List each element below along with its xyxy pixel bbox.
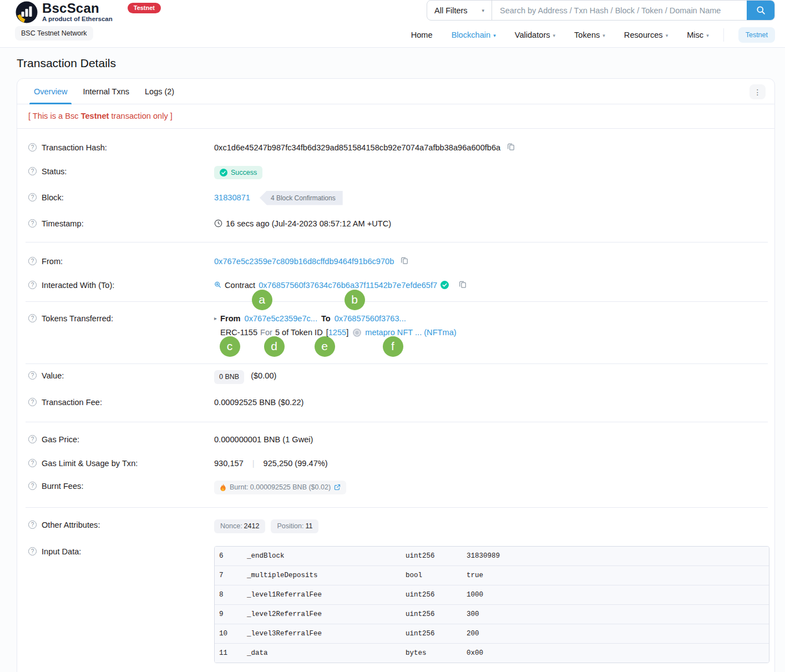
page-body: Transaction Details Overview Internal Tx… [0,48,785,672]
section-divider [26,301,768,302]
row-label-text: Status: [42,166,67,177]
row-other-attributes: Other Attributes: Nonce:2412 Position:11 [28,513,763,540]
help-icon[interactable] [28,257,37,265]
testnet-network-button[interactable]: Testnet [738,27,775,43]
chevron-down-icon: ▾ [553,33,556,38]
row-block: Block: 31830871 4 Block Confirmations [28,185,763,211]
row-label-text: Input Data: [42,546,81,557]
fire-icon [220,483,226,492]
transaction-fee-value: 0.00092525 BNB ($0.22) [214,397,303,408]
input-data-row: 10_level3ReferralFeeuint256200 [215,624,769,644]
input-data-row: 6_endBlockuint25631830989 [215,547,769,566]
more-options-button[interactable]: ⋮ [749,84,766,99]
nft-token-icon [353,329,361,337]
external-link-icon[interactable] [334,484,341,491]
bscscan-logo-icon [16,1,38,23]
brand-name: BscScan [42,1,113,16]
help-icon[interactable] [28,435,37,443]
row-label-text: Tokens Transferred: [42,313,113,324]
row-gas-price: Gas Price: 0.000000001 BNB (1 Gwei) [28,428,763,452]
help-icon[interactable] [28,143,37,151]
nav-items: HomeBlockchain▾Validators▾Tokens▾Resourc… [411,31,709,39]
help-icon[interactable] [28,547,37,555]
help-icon[interactable] [28,281,37,289]
nav-item-tokens[interactable]: Tokens▾ [574,31,605,39]
bscscan-logo[interactable]: BscScan A product of Etherscan Testnet [16,1,161,23]
chevron-down-icon: ▾ [706,33,709,38]
tab-internal-txns[interactable]: Internal Txns [75,79,137,104]
row-burnt-fees: Burnt Fees: Burnt: 0.000092525 BNB ($0.0… [28,476,763,499]
help-icon[interactable] [28,167,37,175]
input-data-row: 11_databytes0x00 [215,644,769,663]
contract-word: Contract [225,280,255,291]
kebab-icon: ⋮ [754,88,762,97]
row-status: Status: Success [28,159,763,185]
tab-overview[interactable]: Overview [26,79,75,104]
help-icon[interactable] [28,314,37,322]
value-usd: ($0.00) [251,370,276,381]
help-icon[interactable] [28,459,37,467]
transfer-to-link[interactable]: 0x76857560f3763... [335,313,406,324]
help-icon[interactable] [28,371,37,380]
row-label-text: Transaction Hash: [42,142,107,153]
from-address-link[interactable]: 0x767e5c2359e7c809b16d8cffdb9464f91b6c97… [214,256,394,267]
burnt-fees-text: Burnt: 0.000092525 BNB ($0.02) [230,483,331,492]
nav-divider [723,28,724,42]
for-word: For [260,327,272,338]
help-icon[interactable] [28,193,37,201]
nav-item-validators[interactable]: Validators▾ [515,31,555,39]
input-data-row: 7_multipleDepositsbooltrue [215,566,769,585]
nonce-badge: Nonce:2412 [214,519,265,533]
nav-item-blockchain[interactable]: Blockchain▾ [452,31,496,39]
search-filter-dropdown[interactable]: All Filters ▾ [427,1,492,20]
input-data-row: 8_level1ReferralFeeuint2561000 [215,585,769,605]
annotation-marker-d: d [264,336,285,357]
position-badge: Position:11 [271,519,318,533]
token-name-link[interactable]: metapro NFT ... (NFTma) [365,327,456,338]
tab-logs[interactable]: Logs (2) [137,79,182,104]
card-body: Transaction Hash: 0xc1d6e45247b987fc34fb… [17,129,774,672]
transfer-from-word: From [220,313,240,324]
transfer-from-link[interactable]: 0x767e5c2359e7c... [245,313,317,324]
row-gas-limit-usage: Gas Limit & Usage by Txn: 930,157 | 925,… [28,452,763,476]
burnt-fees-badge: Burnt: 0.000092525 BNB ($0.02) [214,481,346,494]
row-label-text: Value: [42,370,64,381]
gas-usage-value: 925,250 (99.47%) [264,458,328,469]
nav-item-resources[interactable]: Resources▾ [624,31,668,39]
block-number-link[interactable]: 31830871 [214,192,250,203]
nav-item-home[interactable]: Home [411,31,433,39]
copy-icon[interactable] [507,143,515,151]
brand-tagline: A product of Etherscan [42,16,113,22]
chevron-down-icon: ▾ [493,33,496,38]
nav-item-misc[interactable]: Misc▾ [687,31,709,39]
testnet-badge: Testnet [128,3,161,13]
help-icon[interactable] [28,398,37,406]
transaction-hash-value: 0xc1d6e45247b987fc34fb6d329ad851584158cb… [214,142,500,153]
transaction-card: Overview Internal Txns Logs (2) ⋮ [ This… [17,78,775,672]
search-input[interactable] [492,1,747,20]
token-id-link[interactable]: 1255 [328,328,346,337]
search-button[interactable] [747,1,774,20]
transfer-to-word: To [321,313,331,324]
row-transaction-hash: Transaction Hash: 0xc1d6e45247b987fc34fb… [28,135,763,159]
verified-check-icon [440,281,449,289]
input-data-table-body: 6_endBlockuint256318309897_multipleDepos… [215,547,769,663]
annotation-marker-c: c [220,336,240,357]
copy-icon[interactable] [459,280,467,289]
gas-separator: | [252,458,255,469]
input-data-table[interactable]: 6_endBlockuint256318309897_multipleDepos… [214,546,769,663]
row-label-text: Gas Limit & Usage by Txn: [42,458,138,469]
help-icon[interactable] [28,219,37,228]
help-icon[interactable] [28,521,37,529]
zoom-in-icon[interactable] [214,281,221,289]
chevron-down-icon: ▾ [666,33,668,38]
copy-icon[interactable] [401,256,408,265]
search-bar: All Filters ▾ [427,0,775,21]
search-filter-label: All Filters [434,6,468,15]
help-icon[interactable] [28,482,37,490]
row-label-text: Block: [42,192,64,203]
tab-bar: Overview Internal Txns Logs (2) ⋮ [17,79,774,104]
to-contract-link[interactable]: 0x76857560f37634c76b6a37f11542b7e7efde65… [259,280,437,291]
row-label-text: Timestamp: [42,218,84,229]
row-label-text: Other Attributes: [42,519,100,530]
